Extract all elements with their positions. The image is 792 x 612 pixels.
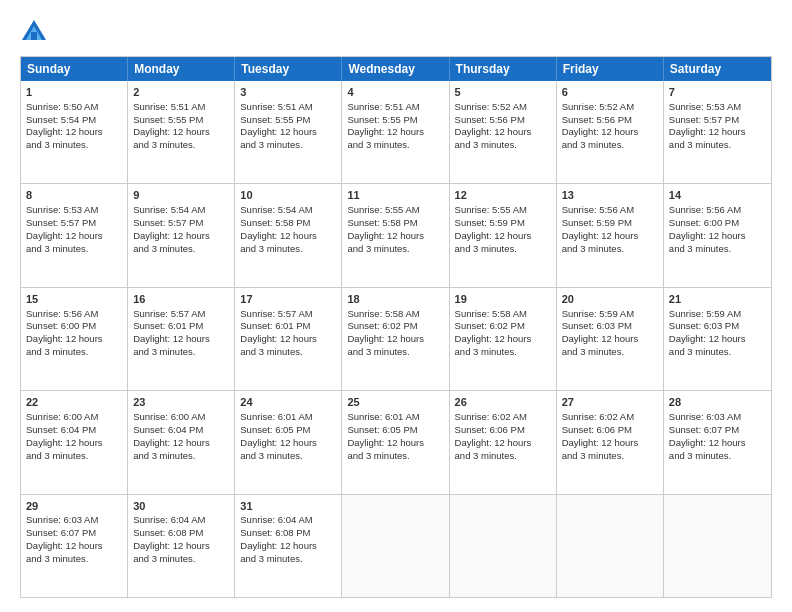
day-info-line: and 3 minutes.	[240, 139, 336, 152]
header-day-wednesday: Wednesday	[342, 57, 449, 81]
day-cell-18: 18Sunrise: 5:58 AMSunset: 6:02 PMDayligh…	[342, 288, 449, 390]
day-cell-24: 24Sunrise: 6:01 AMSunset: 6:05 PMDayligh…	[235, 391, 342, 493]
day-info-line: Sunrise: 5:57 AM	[133, 308, 229, 321]
logo	[20, 18, 52, 46]
day-info-line: Sunrise: 5:51 AM	[240, 101, 336, 114]
header-day-tuesday: Tuesday	[235, 57, 342, 81]
day-info-line: Sunset: 6:06 PM	[562, 424, 658, 437]
day-info-line: Sunset: 6:04 PM	[26, 424, 122, 437]
day-info-line: and 3 minutes.	[133, 139, 229, 152]
empty-cell	[342, 495, 449, 597]
header-day-thursday: Thursday	[450, 57, 557, 81]
day-info-line: Sunset: 5:57 PM	[133, 217, 229, 230]
day-info-line: Daylight: 12 hours	[562, 437, 658, 450]
day-cell-14: 14Sunrise: 5:56 AMSunset: 6:00 PMDayligh…	[664, 184, 771, 286]
day-info-line: and 3 minutes.	[562, 139, 658, 152]
day-info-line: and 3 minutes.	[133, 243, 229, 256]
day-number: 28	[669, 395, 766, 410]
day-info-line: Daylight: 12 hours	[455, 126, 551, 139]
day-info-line: Sunrise: 5:55 AM	[347, 204, 443, 217]
day-cell-16: 16Sunrise: 5:57 AMSunset: 6:01 PMDayligh…	[128, 288, 235, 390]
day-info-line: Daylight: 12 hours	[133, 126, 229, 139]
day-info-line: Daylight: 12 hours	[562, 230, 658, 243]
day-info-line: Sunset: 6:01 PM	[133, 320, 229, 333]
day-number: 6	[562, 85, 658, 100]
day-info-line: Sunrise: 5:56 AM	[26, 308, 122, 321]
day-info-line: Sunrise: 5:51 AM	[347, 101, 443, 114]
day-cell-15: 15Sunrise: 5:56 AMSunset: 6:00 PMDayligh…	[21, 288, 128, 390]
day-info-line: Daylight: 12 hours	[347, 230, 443, 243]
day-number: 17	[240, 292, 336, 307]
day-number: 7	[669, 85, 766, 100]
day-cell-13: 13Sunrise: 5:56 AMSunset: 5:59 PMDayligh…	[557, 184, 664, 286]
day-info-line: Daylight: 12 hours	[455, 230, 551, 243]
day-info-line: Sunset: 6:03 PM	[669, 320, 766, 333]
day-info-line: Sunset: 6:06 PM	[455, 424, 551, 437]
day-info-line: Sunrise: 5:53 AM	[26, 204, 122, 217]
day-number: 3	[240, 85, 336, 100]
day-info-line: Sunset: 5:58 PM	[240, 217, 336, 230]
day-cell-11: 11Sunrise: 5:55 AMSunset: 5:58 PMDayligh…	[342, 184, 449, 286]
day-number: 24	[240, 395, 336, 410]
day-info-line: Daylight: 12 hours	[133, 437, 229, 450]
day-cell-20: 20Sunrise: 5:59 AMSunset: 6:03 PMDayligh…	[557, 288, 664, 390]
day-info-line: Sunset: 6:00 PM	[26, 320, 122, 333]
day-info-line: and 3 minutes.	[669, 139, 766, 152]
day-info-line: and 3 minutes.	[562, 450, 658, 463]
day-info-line: and 3 minutes.	[562, 243, 658, 256]
day-info-line: Daylight: 12 hours	[240, 333, 336, 346]
day-info-line: Sunset: 5:57 PM	[26, 217, 122, 230]
day-number: 10	[240, 188, 336, 203]
day-info-line: Daylight: 12 hours	[669, 437, 766, 450]
week-row-3: 15Sunrise: 5:56 AMSunset: 6:00 PMDayligh…	[21, 288, 771, 391]
day-info-line: Sunrise: 6:03 AM	[26, 514, 122, 527]
day-info-line: Sunrise: 6:01 AM	[347, 411, 443, 424]
day-info-line: Sunrise: 5:56 AM	[562, 204, 658, 217]
day-info-line: Daylight: 12 hours	[562, 126, 658, 139]
day-info-line: Daylight: 12 hours	[133, 230, 229, 243]
day-cell-6: 6Sunrise: 5:52 AMSunset: 5:56 PMDaylight…	[557, 81, 664, 183]
day-info-line: Sunset: 6:05 PM	[240, 424, 336, 437]
day-number: 11	[347, 188, 443, 203]
day-info-line: Sunset: 6:07 PM	[26, 527, 122, 540]
empty-cell	[664, 495, 771, 597]
header-day-sunday: Sunday	[21, 57, 128, 81]
day-info-line: and 3 minutes.	[347, 450, 443, 463]
day-info-line: and 3 minutes.	[455, 346, 551, 359]
day-info-line: Sunset: 6:02 PM	[455, 320, 551, 333]
day-info-line: and 3 minutes.	[26, 346, 122, 359]
day-number: 26	[455, 395, 551, 410]
empty-cell	[557, 495, 664, 597]
day-info-line: Daylight: 12 hours	[133, 333, 229, 346]
day-info-line: Sunrise: 6:02 AM	[455, 411, 551, 424]
day-info-line: Sunrise: 5:58 AM	[347, 308, 443, 321]
day-info-line: Sunset: 5:55 PM	[133, 114, 229, 127]
day-number: 25	[347, 395, 443, 410]
calendar-header: SundayMondayTuesdayWednesdayThursdayFrid…	[21, 57, 771, 81]
calendar: SundayMondayTuesdayWednesdayThursdayFrid…	[20, 56, 772, 598]
day-cell-27: 27Sunrise: 6:02 AMSunset: 6:06 PMDayligh…	[557, 391, 664, 493]
day-info-line: Sunset: 5:56 PM	[562, 114, 658, 127]
day-info-line: Sunset: 5:57 PM	[669, 114, 766, 127]
day-info-line: and 3 minutes.	[26, 553, 122, 566]
day-info-line: Sunset: 6:01 PM	[240, 320, 336, 333]
day-info-line: Daylight: 12 hours	[347, 333, 443, 346]
week-row-5: 29Sunrise: 6:03 AMSunset: 6:07 PMDayligh…	[21, 495, 771, 597]
day-info-line: Sunset: 6:03 PM	[562, 320, 658, 333]
day-info-line: Daylight: 12 hours	[347, 437, 443, 450]
day-cell-17: 17Sunrise: 5:57 AMSunset: 6:01 PMDayligh…	[235, 288, 342, 390]
header-day-friday: Friday	[557, 57, 664, 81]
day-cell-25: 25Sunrise: 6:01 AMSunset: 6:05 PMDayligh…	[342, 391, 449, 493]
header-day-saturday: Saturday	[664, 57, 771, 81]
day-number: 20	[562, 292, 658, 307]
day-info-line: Sunrise: 5:58 AM	[455, 308, 551, 321]
day-info-line: Sunrise: 5:54 AM	[240, 204, 336, 217]
day-info-line: Sunrise: 5:52 AM	[455, 101, 551, 114]
header	[20, 18, 772, 46]
day-info-line: Daylight: 12 hours	[347, 126, 443, 139]
day-number: 19	[455, 292, 551, 307]
day-info-line: Sunrise: 6:01 AM	[240, 411, 336, 424]
day-cell-29: 29Sunrise: 6:03 AMSunset: 6:07 PMDayligh…	[21, 495, 128, 597]
day-number: 12	[455, 188, 551, 203]
day-info-line: Daylight: 12 hours	[133, 540, 229, 553]
